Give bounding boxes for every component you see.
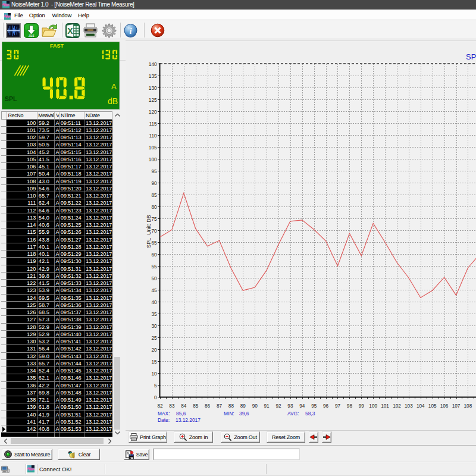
svg-text:5: 5 — [154, 383, 157, 389]
svg-text:MAX:: MAX: — [158, 411, 170, 416]
svg-text:90: 90 — [252, 403, 258, 409]
svg-text:107: 107 — [452, 403, 461, 409]
svg-text:104: 104 — [416, 403, 425, 409]
svg-text:10: 10 — [151, 371, 157, 377]
svg-text:25: 25 — [151, 336, 157, 341]
svg-text:35: 35 — [151, 312, 157, 317]
svg-text:99: 99 — [359, 403, 365, 409]
svg-text:58,3: 58,3 — [305, 411, 315, 416]
svg-text:94: 94 — [299, 403, 305, 409]
svg-text:50: 50 — [151, 276, 157, 281]
svg-text:105: 105 — [149, 145, 157, 151]
svg-text:95: 95 — [151, 169, 157, 174]
svg-text:110: 110 — [149, 133, 156, 139]
svg-text:FAST: FAST — [50, 43, 64, 49]
svg-text:86: 86 — [205, 403, 211, 409]
svg-text:135: 135 — [149, 74, 157, 79]
svg-text:80: 80 — [151, 205, 157, 210]
svg-text:55: 55 — [151, 264, 157, 270]
svg-text:85: 85 — [193, 403, 199, 409]
svg-text:84: 84 — [181, 403, 187, 409]
svg-text:60: 60 — [151, 252, 157, 258]
svg-text:88: 88 — [228, 403, 234, 409]
svg-text:97: 97 — [335, 403, 341, 409]
svg-text:108: 108 — [464, 403, 472, 409]
svg-text:85,6: 85,6 — [176, 411, 186, 416]
svg-text:85: 85 — [151, 193, 157, 198]
svg-text:AVG:: AVG: — [287, 411, 299, 416]
svg-text:90: 90 — [151, 181, 157, 186]
svg-text:120: 120 — [149, 109, 157, 115]
svg-text:125: 125 — [149, 98, 157, 103]
svg-text:SPL: SPL — [5, 95, 17, 102]
svg-text:X: X — [67, 26, 73, 36]
svg-text:103: 103 — [405, 403, 413, 409]
svg-text:20: 20 — [151, 347, 157, 353]
svg-text:65: 65 — [151, 240, 157, 246]
svg-text:91: 91 — [264, 403, 270, 409]
svg-text:30: 30 — [151, 324, 157, 329]
svg-text:100: 100 — [149, 157, 157, 162]
svg-text:40: 40 — [151, 300, 157, 305]
svg-text:82: 82 — [157, 403, 163, 409]
svg-text:MIN:: MIN: — [224, 411, 234, 416]
svg-text:0: 0 — [154, 395, 157, 400]
svg-text:SPL: SPL — [466, 52, 476, 61]
svg-text:102: 102 — [393, 403, 401, 409]
svg-text:83: 83 — [169, 403, 175, 409]
svg-text:95: 95 — [311, 403, 317, 409]
svg-text:70: 70 — [151, 228, 157, 234]
svg-text:Date:: Date: — [158, 417, 170, 423]
svg-text:140: 140 — [149, 62, 157, 67]
svg-text:13.12.2017: 13.12.2017 — [176, 417, 201, 423]
svg-text:A: A — [111, 82, 117, 91]
svg-text:75: 75 — [151, 217, 157, 222]
svg-text:dB: dB — [108, 96, 118, 106]
svg-text:96: 96 — [323, 403, 329, 409]
svg-text:87: 87 — [217, 403, 223, 409]
svg-text:15: 15 — [151, 359, 157, 365]
svg-text:101: 101 — [381, 403, 389, 409]
svg-text:92: 92 — [275, 403, 281, 409]
svg-text:105: 105 — [428, 403, 437, 409]
svg-text:93: 93 — [287, 403, 293, 409]
svg-text:i: i — [130, 27, 132, 36]
svg-text:45: 45 — [151, 288, 157, 293]
svg-text:130: 130 — [149, 86, 157, 91]
svg-text:106: 106 — [440, 403, 449, 409]
svg-text:.XLS: .XLS — [28, 35, 34, 37]
svg-text:SPL Unit: DB: SPL Unit: DB — [146, 215, 152, 248]
svg-text:89: 89 — [240, 403, 246, 409]
svg-text:39,6: 39,6 — [239, 411, 249, 416]
svg-text:115: 115 — [149, 121, 156, 127]
svg-text:100: 100 — [369, 403, 377, 409]
svg-text:98: 98 — [347, 403, 353, 409]
